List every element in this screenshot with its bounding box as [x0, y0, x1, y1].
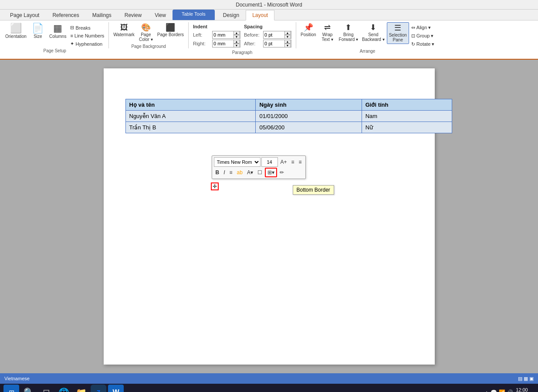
bring-forward-button[interactable]: ⬆ BringForward ▾ — [337, 22, 360, 43]
cell-name-2: Trần Thị B — [125, 122, 256, 133]
taskbar-right: ▲ 💬 📶 🔊 12:001/1/2024 — [484, 387, 535, 392]
columns-button[interactable]: ▦ Columns — [47, 22, 68, 40]
indent-left-spinner: ▲ ▼ — [233, 31, 240, 39]
status-left: Vietnamese — [4, 376, 30, 381]
search-button[interactable]: 🔍 — [21, 385, 37, 392]
system-tray[interactable]: ▲ 💬 📶 🔊 — [484, 389, 513, 392]
wrap-text-button[interactable]: ⇌ WrapText ▾ — [318, 22, 337, 43]
align-button-2[interactable]: ≡ — [290, 158, 296, 166]
align-right-button[interactable]: ≡ — [297, 158, 304, 166]
spacing-after-value[interactable] — [264, 41, 284, 46]
borders-button[interactable]: ⊞▾ — [265, 168, 277, 177]
send-backward-button[interactable]: ⬇ SendBackward ▾ — [360, 22, 386, 43]
rotate-button[interactable]: ↻ Rotate ▾ — [409, 41, 436, 48]
hyphenation-button[interactable]: ✦ Hyphenation — [68, 40, 106, 47]
tab-table-tools[interactable]: Table Tools — [173, 10, 215, 20]
size-button[interactable]: 📄 Size — [29, 22, 47, 40]
spacing-after-down[interactable]: ▼ — [284, 44, 291, 47]
edge-button[interactable]: 🌐 — [56, 385, 71, 392]
language-indicator[interactable]: Vietnamese — [4, 376, 30, 381]
tab-view[interactable]: View — [148, 10, 173, 20]
send-backward-icon: ⬇ — [370, 24, 376, 31]
word-table: Họ và tên Ngày sinh Giới tính Nguyễn Văn… — [125, 99, 452, 133]
table-move-handle[interactable]: ✛ — [211, 182, 219, 190]
spacing-before-value[interactable] — [264, 32, 284, 37]
eraser-button[interactable]: ✏ — [278, 169, 286, 176]
font-color-button[interactable]: A▾ — [245, 169, 255, 176]
indent-left-value[interactable] — [213, 32, 233, 37]
italic-button[interactable]: I — [222, 169, 227, 176]
arrange-group: 📌 Position ⇌ WrapText ▾ ⬆ BringForward ▾… — [299, 22, 436, 54]
selection-pane-icon: ☰ — [394, 24, 401, 32]
tab-references[interactable]: References — [46, 10, 85, 20]
tab-mailings[interactable]: Mailings — [86, 10, 118, 20]
tab-design[interactable]: Design — [217, 10, 246, 20]
indent-left-input[interactable]: ▲ ▼ — [212, 31, 240, 39]
spacing-before-down[interactable]: ▼ — [284, 35, 291, 39]
zalo-button[interactable]: Z — [91, 385, 106, 392]
send-backward-label: SendBackward ▾ — [362, 32, 385, 42]
spacing-after-row: After: ▲ ▼ — [244, 40, 291, 47]
page-borders-label: Page Borders — [157, 32, 184, 37]
word-page: Times New Rom A+ ≡ ≡ B I ≡ ab A▾ ☐ ⊞▾ ✏ … — [104, 68, 435, 365]
spacing-after-up[interactable]: ▲ — [284, 40, 291, 44]
spacing-before-row: Before: ▲ ▼ — [244, 31, 291, 39]
page-area: Times New Rom A+ ≡ ≡ B I ≡ ab A▾ ☐ ⊞▾ ✏ … — [0, 60, 538, 373]
selection-pane-button[interactable]: ☰ SelectionPane — [387, 22, 409, 44]
bold-button[interactable]: B — [214, 169, 221, 176]
indent-right-value[interactable] — [213, 41, 233, 46]
rotate-label: Rotate ▾ — [416, 41, 434, 47]
header-ngay-sinh: Ngày sinh — [256, 99, 362, 111]
spacing-after-input[interactable]: ▲ ▼ — [263, 40, 291, 47]
page-color-button[interactable]: 🎨 PageColor ▾ — [137, 22, 155, 43]
group-icon: ⊡ — [411, 33, 415, 39]
columns-label: Columns — [49, 34, 66, 39]
spacing-before-up[interactable]: ▲ — [284, 31, 291, 35]
font-name-select[interactable]: Times New Rom — [214, 157, 261, 167]
position-label: Position — [301, 32, 316, 37]
indent-right-up[interactable]: ▲ — [233, 40, 240, 44]
page-borders-button[interactable]: ⬛ Page Borders — [156, 22, 186, 38]
indent-left-up[interactable]: ▲ — [233, 31, 240, 35]
line-numbers-button[interactable]: ≡ Line Numbers — [68, 32, 106, 39]
font-grow-button[interactable]: A+ — [279, 158, 289, 166]
align-label: Align ▾ — [416, 25, 431, 30]
tab-page-layout[interactable]: Page Layout — [3, 10, 46, 20]
toolbar-row1: Times New Rom A+ ≡ ≡ — [214, 157, 304, 167]
view-buttons[interactable]: ▤ ▦ ▣ — [518, 376, 534, 382]
bottom-border-tooltip: Bottom Border — [293, 185, 334, 195]
highlight-button[interactable]: ab — [235, 169, 244, 176]
breaks-button[interactable]: ⊟ Breaks — [68, 24, 106, 31]
status-right: ▤ ▦ ▣ — [518, 376, 534, 382]
indent-right-input[interactable]: ▲ ▼ — [212, 40, 240, 47]
word-button[interactable]: W — [108, 385, 124, 392]
shading-button[interactable]: ☐ — [256, 169, 264, 176]
task-view-button[interactable]: ⊡ — [38, 385, 54, 392]
indent-left-down[interactable]: ▼ — [233, 35, 240, 39]
arrange-label: Arrange — [299, 49, 436, 54]
page-setup-group: ⬜ Orientation 📄 Size ▦ Columns ⊟ Breaks … — [3, 22, 106, 53]
orientation-button[interactable]: ⬜ Orientation — [3, 22, 28, 40]
page-background-group: 🖼 Watermark 🎨 PageColor ▾ ⬛ Page Borders… — [112, 22, 186, 49]
spacing-before-input[interactable]: ▲ ▼ — [263, 31, 291, 39]
hyphenation-label: Hyphenation — [75, 41, 102, 47]
size-icon: 📄 — [32, 24, 44, 33]
spacing-label: Spacing — [244, 24, 291, 29]
table-row: Trần Thị B 05/06/200 Nữ — [125, 122, 452, 133]
indent-left-label: Left: — [193, 32, 210, 37]
cell-gender-2: Nữ — [362, 122, 452, 133]
start-button[interactable]: ⊞ — [3, 385, 19, 392]
indent-right-down[interactable]: ▼ — [233, 44, 240, 47]
rotate-icon: ↻ — [411, 41, 415, 47]
explorer-button[interactable]: 📁 — [73, 385, 89, 392]
align-button[interactable]: ⇔ Align ▾ — [409, 24, 436, 31]
font-size-input[interactable] — [261, 157, 278, 167]
position-button[interactable]: 📌 Position — [299, 22, 318, 38]
group-button[interactable]: ⊡ Group ▾ — [409, 32, 436, 40]
tab-layout[interactable]: Layout — [246, 10, 274, 20]
watermark-button[interactable]: 🖼 Watermark — [112, 22, 136, 38]
tab-review[interactable]: Review — [118, 10, 148, 20]
indent-right-row: Right: ▲ ▼ — [193, 40, 240, 47]
text-align-button[interactable]: ≡ — [228, 169, 234, 176]
divider-1 — [108, 22, 109, 48]
